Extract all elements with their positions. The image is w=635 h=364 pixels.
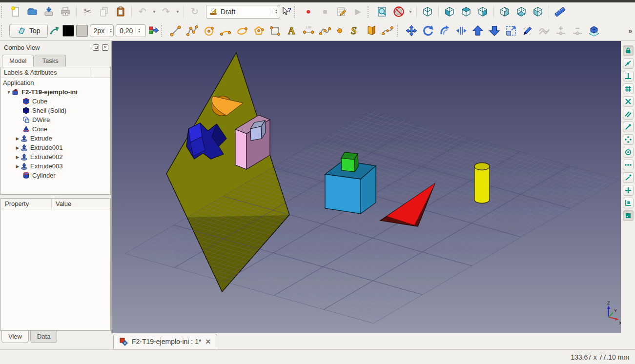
- tree-item-extrude002[interactable]: ▶ Extrude002: [1, 152, 110, 162]
- new-file-button[interactable]: [7, 4, 24, 19]
- save-button[interactable]: [41, 4, 57, 19]
- draw-style-dropdown[interactable]: ▾: [407, 9, 414, 14]
- yellow-cylinder-object[interactable]: [474, 163, 490, 203]
- snap-special-button[interactable]: [623, 134, 634, 145]
- expander-closed-icon[interactable]: ▶: [15, 145, 20, 150]
- snap-near-button[interactable]: [623, 160, 634, 170]
- draft-rectangle-button[interactable]: [267, 23, 284, 38]
- draft-circle-button[interactable]: [201, 23, 217, 38]
- expander-closed-icon[interactable]: ▶: [15, 136, 20, 141]
- tree-item-application[interactable]: Application: [1, 78, 110, 87]
- snap-midpoint-button[interactable]: [623, 58, 634, 69]
- undo-button[interactable]: ↶: [134, 4, 151, 19]
- view-front-button[interactable]: [441, 4, 458, 19]
- tree-item-cube[interactable]: Cube: [1, 97, 110, 106]
- draft-offset-button[interactable]: [436, 23, 453, 38]
- copy-button[interactable]: [96, 4, 112, 19]
- toolbar-handle[interactable]: [1, 6, 4, 18]
- tree-item-extrude003[interactable]: ▶ Extrude003: [1, 162, 110, 171]
- macro-record-button[interactable]: ●: [300, 4, 317, 19]
- draft-wire-to-bspline-button[interactable]: [536, 23, 553, 38]
- snap-center-button[interactable]: [623, 147, 634, 158]
- snap-dimensions-button[interactable]: [623, 210, 634, 221]
- draft-line-button[interactable]: [167, 23, 184, 38]
- snap-parallel-button[interactable]: [623, 109, 634, 120]
- macro-play-button[interactable]: ▶: [350, 4, 367, 19]
- line-width-spinbox[interactable]: 2px ▲▼: [90, 24, 114, 37]
- draft-point-button[interactable]: [333, 23, 346, 38]
- snap-intersection-button[interactable]: [623, 96, 634, 107]
- workbench-selector[interactable]: Draft ▲▼: [206, 5, 280, 19]
- working-plane-button[interactable]: Top: [9, 24, 48, 38]
- snap-working-plane-button[interactable]: [623, 198, 634, 208]
- whats-this-button[interactable]: ?: [280, 4, 293, 19]
- draft-text-button[interactable]: A: [284, 23, 300, 38]
- draft-scale-button[interactable]: [503, 23, 519, 38]
- draft-dimension-button[interactable]: 1.00: [300, 23, 317, 38]
- draw-style-button[interactable]: [390, 4, 407, 19]
- draft-move-button[interactable]: [403, 23, 420, 38]
- toolbar-handle[interactable]: [368, 6, 371, 18]
- tree-item-cone[interactable]: Cone: [1, 124, 110, 134]
- view-left-button[interactable]: [530, 4, 546, 19]
- view-axonometric-button[interactable]: [419, 4, 436, 19]
- macro-stop-button[interactable]: ■: [317, 4, 333, 19]
- expander-closed-icon[interactable]: ▶: [15, 164, 20, 169]
- tab-tasks[interactable]: Tasks: [35, 55, 65, 67]
- document-tab[interactable]: F2-T19-ejemplo-ini : 1* ✕: [113, 334, 217, 349]
- green-cube-object[interactable]: [341, 152, 358, 172]
- view-bottom-button[interactable]: [513, 4, 530, 19]
- draft-polygon-button[interactable]: [250, 23, 267, 38]
- snap-ortho-button[interactable]: [623, 185, 634, 196]
- expander-closed-icon[interactable]: ▶: [15, 155, 20, 160]
- document-tab-close-icon[interactable]: ✕: [205, 338, 211, 345]
- measure-button[interactable]: [552, 4, 568, 19]
- view-right-button[interactable]: [474, 4, 491, 19]
- draft-shapestring-button[interactable]: S: [346, 23, 363, 38]
- draft-rotate-button[interactable]: [420, 23, 436, 38]
- scale-spin[interactable]: ▲▼: [135, 28, 141, 33]
- open-button[interactable]: [24, 4, 41, 19]
- undo-dropdown[interactable]: ▾: [151, 9, 158, 14]
- snap-endpoint-button[interactable]: [623, 121, 634, 132]
- workbench-selector-spin[interactable]: ▲▼: [272, 9, 278, 14]
- face-color-swatch[interactable]: [76, 25, 88, 37]
- toolbar-handle[interactable]: [1, 25, 4, 37]
- line-width-spin[interactable]: ▲▼: [107, 28, 112, 33]
- expander-open-icon[interactable]: ▼: [6, 90, 12, 95]
- fit-all-button[interactable]: [374, 4, 390, 19]
- tree-item-document[interactable]: ▼ F2-T19-ejemplo-ini: [1, 87, 110, 97]
- apply-style-button[interactable]: [147, 23, 160, 38]
- draft-bspline-button[interactable]: [317, 23, 333, 38]
- toolbar-handle[interactable]: [294, 6, 297, 18]
- view-top-button[interactable]: [458, 4, 474, 19]
- macro-edit-button[interactable]: [333, 4, 350, 19]
- draft-edit-button[interactable]: [519, 23, 536, 38]
- draft-delete-point-button[interactable]: [569, 23, 586, 38]
- print-button[interactable]: [57, 4, 74, 19]
- value-column-header[interactable]: Value: [52, 199, 110, 209]
- draft-arc-button[interactable]: [217, 23, 234, 38]
- draft-wire-button[interactable]: [184, 23, 201, 38]
- draft-downgrade-button[interactable]: [486, 23, 503, 38]
- tab-data[interactable]: Data: [30, 331, 57, 343]
- draft-facebinder-button[interactable]: [363, 23, 379, 38]
- autogroup-button[interactable]: [48, 23, 61, 38]
- paste-button[interactable]: [112, 4, 129, 19]
- toolbar-overflow-button[interactable]: »: [628, 27, 632, 35]
- tree-item-extrude001[interactable]: ▶ Extrude001: [1, 143, 110, 152]
- tree-item-dwire[interactable]: DWire: [1, 115, 110, 124]
- property-column-header[interactable]: Property: [1, 199, 52, 209]
- 3d-viewport[interactable]: Z Y X: [112, 41, 621, 333]
- tree-item-shell[interactable]: Shell (Solid): [1, 106, 110, 115]
- tree-item-cylinder[interactable]: Cylinder: [1, 171, 110, 180]
- view-rear-button[interactable]: [496, 4, 513, 19]
- line-color-swatch[interactable]: [62, 25, 74, 37]
- snap-angle-button[interactable]: [623, 172, 634, 183]
- panel-close-icon[interactable]: ✕: [102, 44, 108, 51]
- refresh-button[interactable]: ↻: [186, 4, 203, 19]
- panel-splitter[interactable]: · · ·: [0, 195, 111, 198]
- tab-model[interactable]: Model: [2, 55, 34, 67]
- scale-spinbox[interactable]: 0,20 ▲▼: [116, 24, 146, 37]
- snap-perpendicular-button[interactable]: [623, 71, 634, 81]
